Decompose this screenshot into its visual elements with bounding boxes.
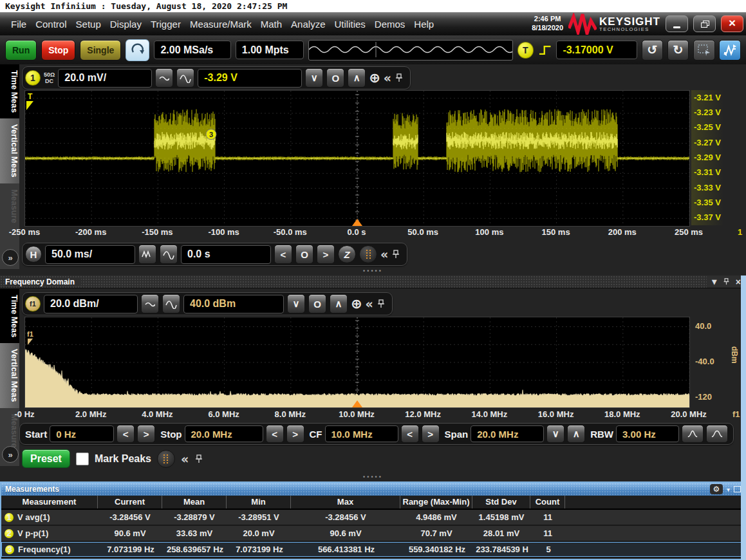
start-decrease-button[interactable]: <	[117, 425, 135, 443]
position-zero-button[interactable]: O	[295, 245, 313, 264]
touch-button[interactable]	[126, 39, 149, 61]
column-header-mean[interactable]: Mean	[162, 496, 227, 509]
span-increase-button[interactable]: ∧	[567, 425, 585, 443]
waveform-tools-button[interactable]	[719, 40, 741, 61]
menu-item-math[interactable]: Math	[256, 16, 286, 32]
span-decrease-button[interactable]: ∨	[546, 425, 564, 443]
column-header-count[interactable]: Count	[530, 496, 565, 509]
timebase-scale-field[interactable]: 50.0 ms/	[45, 245, 135, 264]
sample-rate-field[interactable]: 2.00 MSa/s	[154, 41, 230, 59]
rbw-narrow-button[interactable]	[682, 425, 704, 443]
column-header-measurement[interactable]: Measurement	[1, 496, 98, 509]
sidebar-tab-time-meas[interactable]: Time Meas	[0, 64, 19, 118]
f1-scale-field[interactable]: 20.0 dBm/	[44, 295, 138, 313]
menu-item-file[interactable]: File	[6, 16, 31, 32]
minimize-button[interactable]	[666, 15, 688, 32]
pin-icon[interactable]	[194, 454, 203, 464]
menu-item-utilities[interactable]: Utilities	[330, 16, 369, 32]
trigger-edge-icon[interactable]	[538, 43, 552, 57]
rbw-wide-button[interactable]	[706, 425, 728, 443]
timebase-compress-button[interactable]	[138, 245, 156, 264]
trigger-badge[interactable]: T	[518, 42, 534, 59]
time-waveform-plot[interactable]: 3T	[24, 90, 690, 227]
stop-increase-button[interactable]: >	[286, 425, 304, 443]
cf-increase-button[interactable]: >	[422, 425, 440, 443]
scale-decrease-button[interactable]	[155, 68, 173, 88]
column-header-current[interactable]: Current	[98, 496, 162, 509]
timebase-position-field[interactable]: 0.0 s	[181, 245, 271, 264]
dock-icon[interactable]	[734, 486, 741, 492]
sidebar-tab-vertical-meas[interactable]: Vertical Meas	[0, 343, 19, 407]
collapse-toolbar-button[interactable]: «	[384, 71, 391, 85]
undo-button[interactable]: ↺	[642, 40, 663, 61]
collapse-fftbar-button[interactable]: «	[181, 452, 189, 466]
memory-depth-field[interactable]: 1.00 Mpts	[236, 41, 304, 59]
span-field[interactable]: 20.0 MHz	[471, 425, 544, 442]
measurements-settings-button[interactable]: ⚙	[710, 484, 723, 494]
channel1-coupling[interactable]: 50Ω DC	[44, 71, 55, 84]
trigger-level-field[interactable]: -3.17000 V	[556, 41, 637, 59]
menu-item-help[interactable]: Help	[409, 16, 438, 32]
f1-scale-increase-button[interactable]	[162, 294, 180, 313]
stop-decrease-button[interactable]: <	[266, 425, 284, 443]
single-button[interactable]: Single	[80, 40, 121, 61]
menu-item-demos[interactable]: Demos	[370, 16, 410, 32]
column-header-range-max-min-[interactable]: Range (Max-Min)	[400, 496, 472, 509]
channel1-offset-field[interactable]: -3.29 V	[198, 69, 302, 88]
redo-button[interactable]: ↻	[667, 40, 689, 61]
f1-offset-down-button[interactable]: ∨	[287, 294, 305, 313]
sidebar-expand-button[interactable]: »	[2, 249, 19, 266]
spectrum-plot[interactable]: f1	[24, 317, 690, 408]
pin-icon[interactable]	[377, 299, 386, 309]
preset-button[interactable]: Preset	[22, 449, 70, 468]
panel-splitter[interactable]: •••••	[0, 474, 746, 480]
restore-button[interactable]	[693, 15, 716, 32]
run-button[interactable]: Run	[5, 40, 37, 61]
cf-decrease-button[interactable]: <	[401, 425, 419, 443]
mark-peaks-checkbox[interactable]	[76, 453, 89, 465]
stop-button[interactable]: Stop	[41, 40, 75, 61]
f1-badge[interactable]: f1	[25, 296, 41, 312]
f1-offset-up-button[interactable]: ∧	[330, 294, 348, 313]
table-row[interactable]: 1V avg(1)-3.28456 V-3.28879 V-3.28951 V-…	[1, 510, 745, 526]
position-left-button[interactable]: <	[274, 245, 292, 264]
screen-capture-button[interactable]	[693, 40, 715, 61]
offset-down-button[interactable]: ∨	[305, 68, 323, 88]
measurements-menu-icon[interactable]: ▾	[727, 486, 730, 493]
zoom-mode-button[interactable]: Z	[338, 245, 356, 263]
start-increase-button[interactable]: >	[137, 425, 155, 443]
channel1-scale-field[interactable]: 20.0 mV/	[58, 69, 152, 88]
rbw-field[interactable]: 3.00 Hz	[616, 425, 679, 442]
cf-field[interactable]: 10.0 MHz	[325, 425, 398, 442]
add-function-button[interactable]: ⊕	[351, 296, 362, 312]
add-channel-button[interactable]: ⊕	[369, 70, 380, 86]
timebase-expand-button[interactable]	[160, 245, 178, 264]
pin-icon[interactable]	[395, 73, 404, 83]
markers-button[interactable]	[359, 245, 377, 263]
menu-item-control[interactable]: Control	[31, 16, 71, 32]
panel-menu-icon[interactable]: ▾	[712, 275, 717, 288]
table-row[interactable]: 2V p-p(1)90.6 mV33.63 mV20.0 mV90.6 mV70…	[1, 526, 745, 542]
collapse-f1bar-button[interactable]: «	[366, 297, 373, 311]
panel-close-icon[interactable]: ×	[736, 277, 741, 287]
column-header-max[interactable]: Max	[291, 496, 400, 509]
sidebar-tab-time-meas[interactable]: Time Meas	[0, 289, 19, 343]
panel-splitter[interactable]: •••••	[0, 268, 746, 274]
sidebar-tab-vertical-meas[interactable]: Vertical Meas	[0, 118, 19, 183]
stop-field[interactable]: 20.0 MHz	[185, 425, 263, 442]
close-button[interactable]: ×	[721, 15, 743, 32]
menu-item-setup[interactable]: Setup	[71, 16, 106, 32]
channel1-badge[interactable]: 1	[25, 70, 41, 86]
offset-zero-button[interactable]: O	[326, 68, 344, 88]
start-field[interactable]: 0 Hz	[50, 425, 114, 442]
sidebar-expand-button[interactable]: »	[2, 446, 19, 463]
menu-item-measure-mark[interactable]: Measure/Mark	[185, 16, 256, 32]
menu-item-trigger[interactable]: Trigger	[146, 16, 185, 32]
markers-button[interactable]	[157, 450, 175, 468]
horizontal-badge[interactable]: H	[25, 246, 42, 263]
menu-item-display[interactable]: Display	[106, 16, 146, 32]
menu-item-analyze[interactable]: Analyze	[286, 16, 330, 32]
f1-offset-field[interactable]: 40.0 dBm	[183, 295, 284, 313]
position-right-button[interactable]: >	[317, 245, 335, 264]
column-header-min[interactable]: Min	[227, 496, 291, 509]
